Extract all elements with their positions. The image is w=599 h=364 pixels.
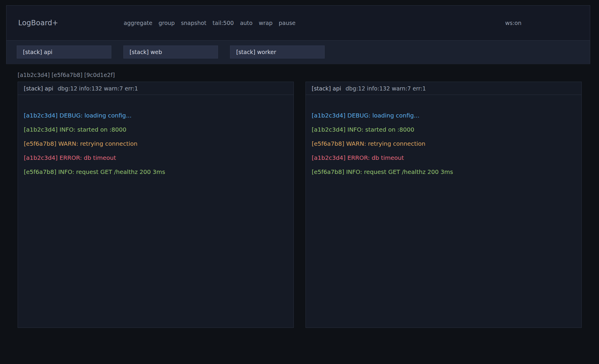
log-panel-right: [stack] api dbg:12 info:132 warn:7 err:1… xyxy=(306,82,582,328)
menu-item-group[interactable]: group xyxy=(159,20,175,26)
header: LogBoard+ aggregate group snapshot tail:… xyxy=(6,5,590,64)
logboard-app: { "app": { "title": "LogBoard+", "ws_sta… xyxy=(0,0,599,364)
panel-header: [stack] api dbg:12 info:132 warn:7 err:1 xyxy=(306,82,581,95)
panel-level-counts: dbg:12 info:132 warn:7 err:1 xyxy=(345,85,426,92)
stack-tab-worker[interactable]: [stack] worker xyxy=(230,46,325,58)
menu-item-wrap[interactable]: wrap xyxy=(259,20,273,26)
panel-level-counts: dbg:12 info:132 warn:7 err:1 xyxy=(58,85,138,92)
ws-status-toggle[interactable]: ws:on xyxy=(505,20,521,26)
log-line: [e5f6a7b8] WARN: retrying connection xyxy=(312,137,575,151)
log-line: [e5f6a7b8] INFO: request GET /healthz 20… xyxy=(24,165,288,179)
panels-row: [stack] api dbg:12 info:132 warn:7 err:1… xyxy=(18,82,582,328)
log-viewport[interactable]: [a1b2c3d4] DEBUG: loading config... [a1b… xyxy=(18,95,293,328)
log-line: [a1b2c3d4] INFO: started on :8000 xyxy=(24,123,288,137)
log-line: [e5f6a7b8] INFO: request GET /healthz 20… xyxy=(312,165,575,179)
panel-title: [stack] api xyxy=(24,85,53,92)
menu-item-aggregate[interactable]: aggregate xyxy=(124,20,152,26)
title-row: LogBoard+ aggregate group snapshot tail:… xyxy=(6,6,590,41)
toolbar-menu: aggregate group snapshot tail:500 auto w… xyxy=(124,20,296,26)
stack-tabs-row: [stack] api [stack] web [stack] worker xyxy=(6,41,590,63)
log-viewport[interactable]: [a1b2c3d4] DEBUG: loading config... [a1b… xyxy=(306,95,581,328)
menu-item-snapshot[interactable]: snapshot xyxy=(181,20,207,26)
log-line: [a1b2c3d4] DEBUG: loading config... xyxy=(24,108,288,123)
log-line: [a1b2c3d4] ERROR: db timeout xyxy=(24,151,288,165)
stack-tab-web[interactable]: [stack] web xyxy=(123,46,218,58)
panel-title: [stack] api xyxy=(312,85,341,92)
log-line: [e5f6a7b8] WARN: retrying connection xyxy=(24,137,288,151)
app-title: LogBoard+ xyxy=(18,19,124,27)
menu-item-tail[interactable]: tail:500 xyxy=(213,20,234,26)
menu-item-pause[interactable]: pause xyxy=(279,20,296,26)
panel-header: [stack] api dbg:12 info:132 warn:7 err:1 xyxy=(18,82,293,95)
stack-tab-api[interactable]: [stack] api xyxy=(17,46,111,58)
log-line: [a1b2c3d4] ERROR: db timeout xyxy=(312,151,575,165)
log-panel-left: [stack] api dbg:12 info:132 warn:7 err:1… xyxy=(18,82,294,328)
log-line: [a1b2c3d4] INFO: started on :8000 xyxy=(312,123,575,137)
trace-id-list: [a1b2c3d4] [e5f6a7b8] [9c0d1e2f] xyxy=(18,72,115,78)
menu-item-auto[interactable]: auto xyxy=(240,20,253,26)
log-line: [a1b2c3d4] DEBUG: loading config... xyxy=(312,108,575,123)
